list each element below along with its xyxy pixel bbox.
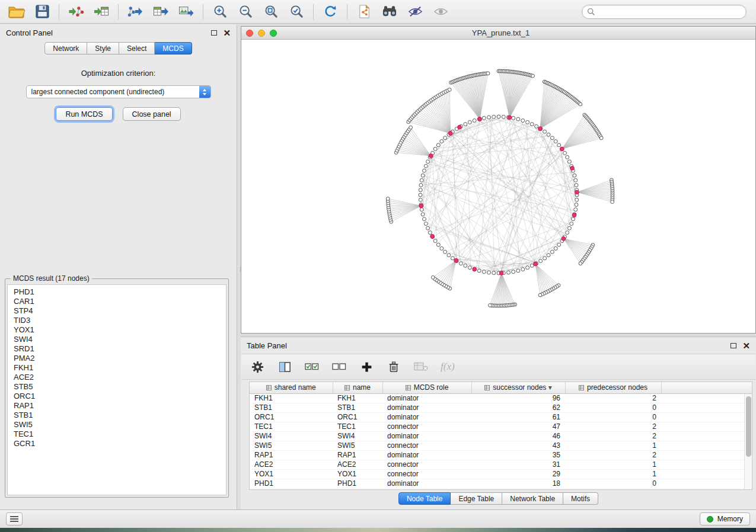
network-graph[interactable] bbox=[241, 40, 755, 333]
save-icon[interactable] bbox=[31, 3, 53, 21]
close-panel-icon[interactable]: ✕ bbox=[223, 28, 231, 37]
list-item[interactable]: STP4 bbox=[14, 306, 220, 316]
import-network-icon[interactable] bbox=[65, 3, 87, 21]
control-panel-title: Control Panel bbox=[6, 28, 53, 37]
mcds-result-list[interactable]: PHD1 CAR1 STP4 TID3 YOX1 SWI4 SRD1 PMA2 … bbox=[7, 284, 227, 495]
list-item[interactable]: ORC1 bbox=[14, 392, 220, 401]
add-column-plus-icon[interactable] bbox=[359, 359, 374, 374]
network-window-titlebar[interactable]: YPA_prune.txt_1 bbox=[241, 27, 755, 40]
table-row[interactable]: PHD1PHD1dominator180 bbox=[250, 479, 752, 488]
find-binoculars-icon[interactable] bbox=[379, 3, 400, 21]
hide-eye-icon[interactable] bbox=[404, 3, 426, 21]
list-item[interactable]: TID3 bbox=[14, 316, 220, 325]
tab-network-table[interactable]: Network Table bbox=[502, 492, 563, 505]
task-history-icon[interactable] bbox=[6, 512, 23, 525]
zoom-in-icon[interactable] bbox=[209, 3, 231, 21]
minimize-window-icon[interactable] bbox=[258, 30, 265, 37]
scrollbar-thumb[interactable] bbox=[746, 396, 751, 457]
list-item[interactable]: YOX1 bbox=[14, 325, 220, 335]
list-item[interactable]: CAR1 bbox=[14, 297, 220, 306]
float-table-panel-icon[interactable] bbox=[731, 343, 736, 348]
search-icon bbox=[587, 8, 595, 16]
list-item[interactable]: GCR1 bbox=[14, 439, 220, 448]
table-row[interactable]: ACE2ACE2connector311 bbox=[250, 460, 752, 469]
column-header-filler bbox=[661, 382, 752, 393]
tab-mcds[interactable]: MCDS bbox=[155, 42, 192, 55]
list-item[interactable]: ACE2 bbox=[14, 373, 220, 382]
list-item[interactable]: SWI5 bbox=[14, 420, 220, 430]
column-header-predecessor-nodes[interactable]: predecessor nodes bbox=[565, 382, 661, 393]
export-image-icon[interactable] bbox=[176, 3, 197, 21]
select-all-icon[interactable] bbox=[304, 359, 320, 374]
show-columns-icon[interactable] bbox=[277, 359, 292, 374]
export-network-icon[interactable] bbox=[125, 3, 146, 21]
delete-column-trash-icon[interactable] bbox=[386, 359, 401, 374]
list-item[interactable]: SWI4 bbox=[14, 335, 220, 344]
list-item[interactable]: STB5 bbox=[14, 382, 220, 392]
table-row[interactable]: YOX1YOX1connector291 bbox=[250, 469, 752, 479]
tab-edge-table[interactable]: Edge Table bbox=[451, 492, 502, 505]
deselect-all-icon[interactable] bbox=[331, 359, 347, 374]
table-row[interactable]: SWI4SWI4dominator462 bbox=[250, 431, 752, 441]
list-item[interactable]: TEC1 bbox=[14, 430, 220, 439]
table-row[interactable]: SWI5SWI5connector431 bbox=[250, 441, 752, 450]
node-table: shared name name MCDS role successor nod… bbox=[249, 382, 752, 490]
show-eye-icon[interactable] bbox=[430, 3, 451, 21]
list-item[interactable]: RAP1 bbox=[14, 401, 220, 411]
run-mcds-button[interactable]: Run MCDS bbox=[56, 107, 112, 121]
table-row[interactable]: STB1STB1dominator620 bbox=[250, 403, 752, 412]
control-panel-tabs: Network Style Select MCDS bbox=[0, 42, 237, 55]
toolbar-separator bbox=[313, 4, 314, 20]
network-canvas[interactable] bbox=[241, 40, 755, 333]
search-input[interactable] bbox=[599, 7, 741, 17]
column-type-icon bbox=[484, 384, 490, 392]
table-row[interactable]: ORC1ORC1dominator610 bbox=[250, 412, 752, 422]
control-panel-header: Control Panel ✕ bbox=[0, 24, 237, 41]
mcds-result-title: MCDS result (17 nodes) bbox=[11, 274, 92, 283]
main-area: Control Panel ✕ Network Style Select MCD… bbox=[0, 24, 756, 509]
table-tabs: Node Table Edge Table Network Table Moti… bbox=[241, 492, 756, 505]
toolbar-separator bbox=[59, 4, 59, 20]
table-row[interactable]: RAP1RAP1dominator352 bbox=[250, 450, 752, 460]
zoom-fit-icon[interactable] bbox=[260, 3, 282, 21]
export-table-icon[interactable] bbox=[150, 3, 171, 21]
close-table-panel-icon[interactable]: ✕ bbox=[742, 341, 750, 350]
list-item[interactable]: STB1 bbox=[14, 411, 220, 420]
table-panel: Table Panel ✕ bbox=[241, 336, 756, 509]
table-row[interactable]: TEC1TEC1connector472 bbox=[250, 422, 752, 431]
tab-motifs[interactable]: Motifs bbox=[563, 492, 598, 505]
column-header-name[interactable]: name bbox=[333, 382, 382, 393]
search-box[interactable] bbox=[582, 5, 747, 19]
tab-style[interactable]: Style bbox=[87, 42, 119, 55]
tab-network[interactable]: Network bbox=[44, 42, 87, 55]
share-document-icon[interactable] bbox=[353, 3, 375, 21]
maximize-window-icon[interactable] bbox=[270, 30, 277, 37]
zoom-selected-icon[interactable] bbox=[286, 3, 307, 21]
zoom-out-icon[interactable] bbox=[235, 3, 256, 21]
column-header-successor-nodes[interactable]: successor nodes ▾ bbox=[471, 382, 565, 393]
float-panel-icon[interactable] bbox=[211, 30, 217, 36]
tab-select[interactable]: Select bbox=[119, 42, 155, 55]
column-type-icon bbox=[406, 384, 411, 392]
close-window-icon[interactable] bbox=[246, 30, 253, 37]
tab-node-table[interactable]: Node Table bbox=[398, 492, 451, 505]
close-panel-button[interactable]: Close panel bbox=[123, 107, 181, 121]
open-folder-icon[interactable] bbox=[6, 3, 27, 21]
list-item[interactable]: PHD1 bbox=[14, 287, 220, 297]
list-item[interactable]: FKH1 bbox=[14, 363, 220, 373]
column-header-mcds-role[interactable]: MCDS role bbox=[382, 382, 471, 393]
memory-status-icon bbox=[707, 516, 713, 523]
table-settings-gear-icon[interactable] bbox=[250, 359, 265, 374]
toolbar-separator bbox=[118, 4, 119, 20]
memory-button[interactable]: Memory bbox=[700, 512, 750, 525]
list-item[interactable]: SRD1 bbox=[14, 344, 220, 354]
refresh-icon[interactable] bbox=[320, 3, 341, 21]
column-header-shared-name[interactable]: shared name bbox=[250, 382, 333, 393]
import-table-icon[interactable] bbox=[91, 3, 112, 21]
criterion-dropdown[interactable]: largest connected component (undirected) bbox=[26, 85, 211, 98]
table-row[interactable]: FKH1FKH1dominator962 bbox=[250, 393, 752, 403]
main-toolbar bbox=[0, 0, 756, 24]
table-header-row: shared name name MCDS role successor nod… bbox=[250, 382, 752, 393]
list-item[interactable]: PMA2 bbox=[14, 354, 220, 363]
table-scrollbar[interactable] bbox=[744, 394, 752, 489]
